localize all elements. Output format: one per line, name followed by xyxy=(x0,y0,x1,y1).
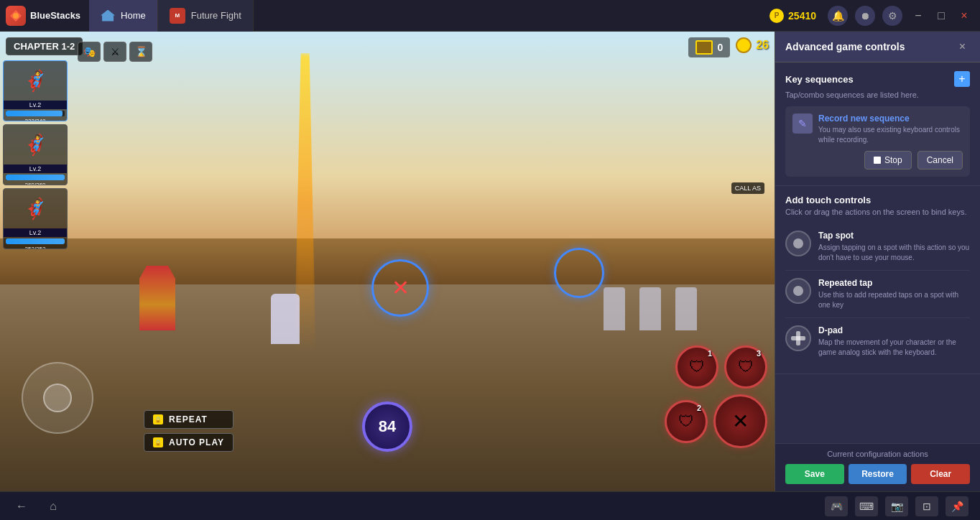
char-hp-bar-3 xyxy=(6,238,65,244)
joystick-inner xyxy=(43,384,72,412)
touch-controls-title: Add touch controls xyxy=(785,195,970,205)
taskbar: ← ⌂ 🎮 ⌨ 📷 ⊡ 📌 xyxy=(0,491,980,520)
tap-spot-circle xyxy=(793,238,803,249)
auto-play-button[interactable]: 🔒 AUTO PLAY xyxy=(144,433,234,452)
villain-fig-2 xyxy=(639,287,661,330)
char-hp-bar-1 xyxy=(6,111,65,116)
back-button[interactable]: ← xyxy=(11,496,32,516)
title-controls: 🔔 ⏺ ⚙ xyxy=(828,6,902,26)
game-icons-strip: 🎭 ⚔ ⌛ xyxy=(78,42,152,62)
call-assist[interactable]: CALL AS xyxy=(731,182,764,194)
char-hp-text-2: 269/269 xyxy=(4,182,67,185)
title-bar: BlueStacks Home M Future Fight P 25410 🔔… xyxy=(0,0,980,32)
character-panel: 🦸 Lv.2 333/348 ★★ 🦸‍♀️ Lv.2 269/269 ★★ xyxy=(3,60,68,249)
touch-controls-desc: Click or drag the actions on the screen … xyxy=(785,208,970,216)
record-title: Record new sequence xyxy=(818,113,963,124)
skill-btn-3[interactable]: 3 🛡 xyxy=(724,345,767,389)
skill-btn-2[interactable]: 2 🛡 xyxy=(665,400,708,443)
char-card-1[interactable]: 🦸 Lv.2 333/348 ★★ xyxy=(3,60,68,121)
game-area[interactable]: ✕ CHAPTER 1-2 🎭 ⚔ ⌛ xyxy=(0,32,775,491)
tap-spot-item[interactable]: Tap spot Assign tapping on a spot with t… xyxy=(785,223,970,271)
repeat-button[interactable]: 🔒 REPEAT xyxy=(144,410,234,429)
clear-button[interactable]: Clear xyxy=(911,464,970,484)
repeated-tap-desc: Use this to add repeated taps on a spot … xyxy=(818,290,970,310)
char-card-3[interactable]: 🦸‍♂️ Lv.2 352/352 ★ xyxy=(3,188,68,249)
repeated-tap-item[interactable]: Repeated tap Use this to add repeated ta… xyxy=(785,271,970,318)
home-button[interactable]: ⌂ xyxy=(43,496,63,516)
camera-icon[interactable]: 📷 xyxy=(885,496,908,516)
game-tab-icon: M xyxy=(170,8,185,24)
mask-icon[interactable]: 🎭 xyxy=(78,42,101,62)
chapter-badge: CHAPTER 1-2 xyxy=(6,37,83,55)
pin-icon[interactable]: 📌 xyxy=(946,496,969,516)
villain-figures xyxy=(604,287,697,330)
repeat-label: REPEAT xyxy=(169,414,208,424)
bluestacks-icon xyxy=(6,6,26,26)
home-tab[interactable]: Home xyxy=(89,0,158,32)
char-avatar-1: 🦸 xyxy=(4,61,67,101)
add-sequence-button[interactable]: + xyxy=(954,71,970,87)
repeated-tap-text: Repeated tap Use this to add repeated ta… xyxy=(818,278,970,310)
panel-bottom: Current configuration actions Save Resto… xyxy=(775,443,980,491)
char-card-2[interactable]: 🦸‍♀️ Lv.2 269/269 ★★ xyxy=(3,124,68,185)
record-icon: ✎ xyxy=(792,113,813,134)
game-tab[interactable]: M Future Fight xyxy=(158,0,254,32)
char-hp-fill-2 xyxy=(6,175,65,180)
screen-icon[interactable]: ⊡ xyxy=(915,496,938,516)
autoplay-lock-icon: 🔒 xyxy=(153,437,163,447)
record-text: Record new sequence You may also use exi… xyxy=(818,113,963,145)
repeated-tap-circle xyxy=(793,286,803,296)
skill-btn-main[interactable]: ✕ xyxy=(713,394,767,448)
key-sequences-title: Key sequences + xyxy=(785,71,970,87)
main-area: ✕ CHAPTER 1-2 🎭 ⚔ ⌛ xyxy=(0,32,980,491)
coin-hud: 26 xyxy=(736,37,769,53)
stop-button[interactable]: Stop xyxy=(864,151,912,170)
iron-man-figure xyxy=(139,266,175,330)
restore-button[interactable]: Restore xyxy=(849,464,907,484)
dpad-desc: Map the movement of your character or th… xyxy=(818,338,970,358)
keyboard-icon[interactable]: ⌨ xyxy=(855,496,878,516)
stop-icon xyxy=(874,157,881,164)
minimize-button[interactable]: − xyxy=(908,6,928,26)
auto-play-label: AUTO PLAY xyxy=(169,437,224,447)
cargo-count: 0 xyxy=(717,42,723,53)
cancel-button[interactable]: Cancel xyxy=(917,151,963,170)
game-hud-top: CHAPTER 1-2 🎭 ⚔ ⌛ 0 26 xyxy=(6,37,769,57)
skill-btn-1[interactable]: 1 🛡 xyxy=(675,345,718,389)
dpad-item[interactable]: D-pad Map the movement of your character… xyxy=(785,318,970,365)
coins-amount: 25410 xyxy=(788,10,816,22)
repeated-tap-name: Repeated tap xyxy=(818,278,970,288)
joystick-area[interactable] xyxy=(22,362,93,434)
panel-close-button[interactable]: × xyxy=(955,39,970,55)
char-hp-bar-2 xyxy=(6,175,65,180)
skill-row-2: 2 🛡 ✕ xyxy=(665,394,767,448)
timer-value: 84 xyxy=(379,417,396,436)
settings-icon[interactable]: ⚙ xyxy=(882,6,902,26)
gamepad-icon[interactable]: 🎮 xyxy=(825,496,848,516)
home-icon xyxy=(101,10,115,22)
target-ring-2 xyxy=(554,248,604,298)
maximize-button[interactable]: □ xyxy=(931,6,951,26)
right-panel: Advanced game controls × Key sequences +… xyxy=(775,32,980,491)
dpad-cross xyxy=(791,331,805,345)
panel-content: Key sequences + Tap/combo sequences are … xyxy=(775,62,980,443)
panel-header: Advanced game controls × xyxy=(775,32,980,62)
coin-icon: P xyxy=(769,9,784,23)
coin-hud-icon xyxy=(736,37,752,53)
repeated-tap-icon xyxy=(785,278,811,304)
skill-panel: 1 🛡 3 🛡 2 🛡 ✕ xyxy=(665,345,767,448)
record-header: ✎ Record new sequence You may also use e… xyxy=(792,113,963,145)
add-touch-controls-section: Add touch controls Click or drag the act… xyxy=(775,186,980,374)
notification-icon[interactable]: 🔔 xyxy=(828,6,848,26)
record-icon[interactable]: ⏺ xyxy=(855,6,875,26)
config-buttons: Save Restore Clear xyxy=(785,464,970,484)
sword-icon[interactable]: ⚔ xyxy=(103,42,126,62)
bottom-actions: 🔒 REPEAT 🔒 AUTO PLAY xyxy=(144,410,234,452)
repeat-lock-icon: 🔒 xyxy=(153,414,163,424)
char-level-2: Lv.2 xyxy=(4,164,67,173)
close-button[interactable]: × xyxy=(954,6,974,26)
save-button[interactable]: Save xyxy=(785,464,844,484)
clock-icon[interactable]: ⌛ xyxy=(129,42,152,62)
svg-point-1 xyxy=(13,13,19,19)
game-tab-label: Future Fight xyxy=(191,10,241,21)
